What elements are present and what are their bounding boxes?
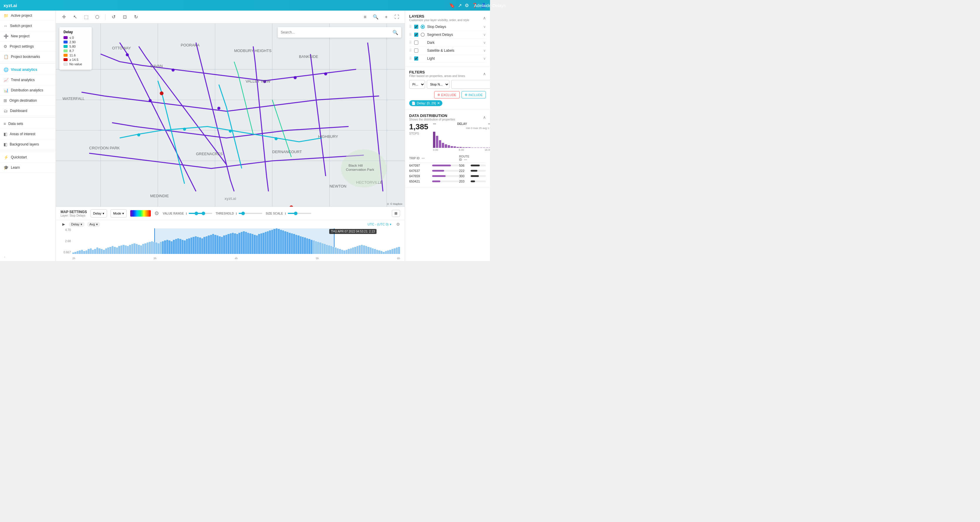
map-search-input[interactable] bbox=[281, 30, 392, 34]
sidebar-collapse-btn[interactable]: ‹ bbox=[0, 253, 56, 261]
chart-bar bbox=[158, 243, 159, 254]
value-range-slider[interactable] bbox=[189, 213, 212, 214]
size-scale-info-icon[interactable]: ℹ bbox=[285, 212, 286, 215]
list-tool[interactable]: ≡ bbox=[361, 13, 369, 21]
layer-expand-light[interactable]: ∨ bbox=[483, 56, 486, 60]
mode-select-chevron: ▾ bbox=[122, 212, 124, 215]
sidebar-item-visual-analytics[interactable]: 🌐 Visual analytics bbox=[0, 65, 56, 75]
dd-delay-range: min 0 max 25 avg 1.9 bbox=[433, 127, 490, 130]
chart-bar bbox=[289, 233, 290, 254]
value-range-info-icon[interactable]: ℹ bbox=[186, 212, 187, 215]
layer-expand-dark[interactable]: ∨ bbox=[483, 41, 486, 45]
threshold-thumb[interactable] bbox=[241, 212, 245, 215]
filter-stop-select[interactable]: Stop N... bbox=[427, 80, 449, 89]
undo-tool[interactable]: ↺ bbox=[109, 13, 118, 21]
redo-tool[interactable]: ↻ bbox=[131, 13, 140, 21]
layer-drag-segment-delays[interactable]: ⠿ bbox=[409, 33, 412, 37]
poly-select-tool[interactable]: ⬡ bbox=[93, 13, 102, 21]
layer-check-satellite[interactable] bbox=[414, 48, 418, 53]
layer-check-segment-delays[interactable] bbox=[414, 33, 418, 37]
sidebar-item-new-project[interactable]: ➕ New project bbox=[0, 31, 56, 41]
threshold-label: THRESHOLD bbox=[216, 212, 234, 215]
sidebar-item-origin-destination[interactable]: ⊞ Origin destination bbox=[0, 95, 56, 106]
sidebar-item-trend-analytics[interactable]: 📈 Trend analytics bbox=[0, 75, 56, 85]
chart-x-labels: 2h 3h 4h 5h 6h bbox=[72, 257, 400, 260]
include-button[interactable]: ⊕ INCLUDE bbox=[461, 91, 486, 99]
layer-expand-stop-delays[interactable]: ∨ bbox=[483, 25, 486, 29]
layer-drag-satellite[interactable]: ⠿ bbox=[409, 48, 412, 53]
chart-bar bbox=[199, 237, 201, 254]
value-range-thumb-right[interactable] bbox=[202, 212, 205, 215]
chart-bar bbox=[300, 236, 302, 254]
size-scale-thumb[interactable] bbox=[294, 212, 298, 215]
active-filter-tags: 📄 Delay: [0, 29] ✕ bbox=[409, 99, 486, 106]
route-bar-cell bbox=[471, 168, 486, 173]
threshold-info-icon[interactable]: ℹ bbox=[236, 212, 237, 215]
layer-check-light[interactable] bbox=[414, 56, 418, 60]
dd-bars bbox=[433, 130, 490, 148]
dd-collapse-button[interactable]: ∧ bbox=[483, 115, 486, 119]
chart-bar bbox=[332, 247, 334, 254]
layer-drag-stop-delays[interactable]: ⠿ bbox=[409, 25, 412, 29]
chart-bars[interactable]: THU APR 07 2022 04:53:21: 2.13 bbox=[72, 228, 400, 254]
chart-bar bbox=[72, 253, 74, 254]
sidebar-item-areas-of-interest[interactable]: ◧ Areas of interest bbox=[0, 129, 56, 139]
sidebar-item-active-project[interactable]: 📁 Active project bbox=[0, 11, 56, 21]
mode-select[interactable]: Mode ▾ bbox=[111, 209, 127, 218]
sidebar-item-project-settings[interactable]: ⚙ Project settings bbox=[0, 41, 56, 52]
layer-check-dark[interactable] bbox=[414, 41, 418, 45]
chart-play-button[interactable]: ▶ bbox=[60, 221, 67, 227]
color-scale-swatch[interactable] bbox=[130, 210, 151, 216]
filter-tag-close[interactable]: ✕ bbox=[437, 101, 440, 105]
dd-bar bbox=[453, 146, 456, 148]
bookmark-icon[interactable]: 🔖 bbox=[449, 3, 455, 8]
sidebar-item-quickstart[interactable]: ⚡ Quickstart bbox=[0, 152, 56, 162]
filter-value-input[interactable] bbox=[451, 80, 490, 89]
chart-property-pill[interactable]: Delay ▾ bbox=[69, 222, 85, 227]
filters-collapse-button[interactable]: ∧ bbox=[483, 72, 486, 76]
settings-icon[interactable]: ⚙ bbox=[465, 3, 469, 8]
color-settings-icon[interactable]: ⚙ bbox=[154, 210, 159, 216]
filter-property-select[interactable]: Pr... bbox=[409, 80, 425, 89]
fullscreen-tool[interactable]: ⛶ bbox=[392, 13, 401, 21]
layer-drag-dark[interactable]: ⠿ bbox=[409, 41, 412, 45]
sidebar-item-distribution-analytics[interactable]: 📊 Distribution analytics bbox=[0, 85, 56, 95]
rect-select-tool[interactable]: ⬚ bbox=[82, 13, 91, 21]
search-tool[interactable]: 🔍 bbox=[371, 13, 380, 21]
sidebar-item-switch-project[interactable]: ↔ Switch project bbox=[0, 21, 56, 31]
chart-bar bbox=[378, 250, 380, 254]
exclude-button[interactable]: ⊗ EXCLUDE bbox=[434, 91, 460, 99]
add-tool[interactable]: + bbox=[382, 13, 391, 21]
sidebar-item-project-bookmarks[interactable]: 📋 Project bookmarks bbox=[0, 52, 56, 62]
layer-expand-segment-delays[interactable]: ∨ bbox=[483, 33, 486, 37]
sidebar-item-data-sets[interactable]: ≡ Data sets bbox=[0, 119, 56, 129]
datasets-icon: ≡ bbox=[3, 121, 6, 126]
share-icon[interactable]: ↗ bbox=[458, 3, 462, 8]
select-tool[interactable]: ↖ bbox=[70, 13, 80, 21]
value-range-thumb-left[interactable] bbox=[194, 212, 198, 215]
sidebar-item-dashboard[interactable]: 🗂 Dashboard bbox=[0, 106, 56, 116]
layer-check-stop-delays[interactable] bbox=[414, 25, 418, 29]
size-scale-slider[interactable] bbox=[288, 213, 311, 214]
layer-expand-satellite[interactable]: ∨ bbox=[483, 48, 486, 53]
layer-drag-light[interactable]: ⠿ bbox=[409, 56, 412, 60]
crop-tool[interactable]: ⊡ bbox=[120, 13, 129, 21]
legend-row-6: No value bbox=[64, 62, 88, 66]
active-filter-tag[interactable]: 📄 Delay: [0, 29] ✕ bbox=[409, 100, 442, 106]
chart-bar bbox=[391, 249, 393, 254]
chart-aggregation-pill[interactable]: Avg ▾ bbox=[87, 222, 100, 227]
chart-bar bbox=[228, 234, 229, 254]
chart-bar bbox=[94, 249, 96, 254]
layers-collapse-button[interactable]: ∧ bbox=[483, 16, 486, 20]
chart-timezone[interactable]: UTC - (UTC 0) ▾ bbox=[368, 223, 392, 226]
table-view-button[interactable]: ⊞ bbox=[392, 210, 400, 217]
move-tool[interactable]: ✛ bbox=[59, 13, 68, 21]
threshold-slider[interactable] bbox=[239, 213, 262, 214]
map-container[interactable]: OTTOWAY WATERFALL CROYDON PARK CAVAN POO… bbox=[56, 24, 405, 207]
sidebar-item-background-layers[interactable]: ◧ Background layers bbox=[0, 139, 56, 150]
property-select[interactable]: Delay ▾ bbox=[91, 209, 107, 218]
chart-settings-icon[interactable]: ⚙ bbox=[396, 222, 400, 227]
sidebar-item-learn[interactable]: 🎓 Learn bbox=[0, 162, 56, 173]
map-watermark: xyzt.ai bbox=[224, 196, 236, 201]
legend-label-5: ≥ 14.5 bbox=[69, 58, 78, 61]
